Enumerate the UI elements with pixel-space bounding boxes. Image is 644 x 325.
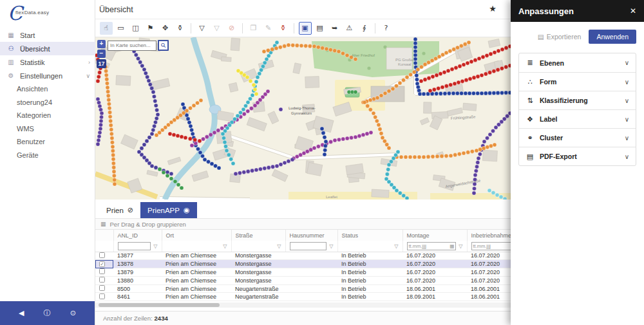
export-button[interactable]: ▤ Exportieren — [538, 33, 582, 41]
column-header-status[interactable]: Status — [337, 230, 402, 241]
svg-text:Gymnasium: Gymnasium — [291, 111, 312, 115]
sidebar-subitem-kategorien[interactable]: Kategorien — [0, 109, 95, 122]
column-header-hausnummer[interactable]: Hausnummer — [285, 230, 337, 241]
pointer-tool-icon[interactable]: ☝ — [100, 22, 113, 35]
accordion-section-ebenen[interactable]: ≣Ebenen∨ — [519, 53, 636, 72]
table-row[interactable]: 8500Prien am ChiemseeNeugartenstraßeIn B… — [95, 284, 511, 293]
export-label: Exportieren — [547, 33, 582, 41]
apply-button[interactable]: Anwenden — [589, 30, 636, 44]
filter-funnel-icon[interactable]: ▽ — [329, 243, 333, 249]
column-header-inbetriebnahme[interactable]: Inbetriebnahme — [467, 230, 511, 241]
chevron-down-icon: ∨ — [625, 79, 629, 86]
eye-off-icon[interactable]: ⊘ — [128, 206, 133, 214]
sidebar-subitem-geräte[interactable]: Geräte — [0, 149, 95, 162]
accordion-section-form[interactable]: ∴Form∨ — [519, 72, 636, 91]
favorite-star-icon[interactable]: ★ — [489, 4, 497, 14]
map-zoom-out-button[interactable]: − — [97, 50, 106, 58]
chart-icon: ▥ — [6, 59, 15, 66]
classification-icon: ⇅ — [526, 97, 535, 105]
group-by-bar[interactable]: ▦ Per Drag & Drop gruppieren — [95, 218, 511, 230]
chevron-down-icon: ∨ — [625, 153, 629, 160]
attachment-icon[interactable]: ∮ — [358, 22, 371, 35]
move-tool-icon[interactable]: ✥ — [159, 22, 172, 35]
sidebar-item-übersicht[interactable]: ⚇Übersicht — [0, 42, 95, 55]
row-checkbox[interactable] — [99, 268, 105, 274]
eye-icon[interactable]: ◉ — [184, 206, 190, 214]
map-toolbar: ☝▭◫⚑✥⚱▽▽⊘❐✎⚱▣▤➥⚠∮? — [95, 19, 511, 37]
cell-straße: Neugartenstraße — [231, 293, 285, 301]
sidebar-subitem-wms[interactable]: WMS — [0, 122, 95, 136]
column-header-straße[interactable]: Straße — [231, 230, 285, 241]
date-filter-input[interactable]: tt.mm.jjjj▦ — [407, 242, 457, 250]
filter-off-icon[interactable]: ▽ — [211, 22, 223, 35]
warning-icon[interactable]: ⚠ — [343, 22, 356, 35]
power-icon[interactable]: ⊙ — [70, 309, 76, 317]
column-header-anl_id[interactable]: ANL_ID — [113, 230, 162, 241]
marker-tool-icon[interactable]: ⚑ — [144, 22, 157, 35]
info-icon[interactable]: ⓘ — [44, 308, 51, 318]
rect-select-icon[interactable]: ▭ — [115, 22, 128, 35]
filter-funnel-icon[interactable]: ▽ — [394, 243, 398, 249]
close-icon[interactable]: ✕ — [630, 6, 636, 15]
map-image-icon[interactable]: ▣ — [299, 22, 312, 35]
accordion-section-cluster[interactable]: ⚭Cluster∨ — [519, 128, 636, 147]
cell-status: In Betrieb — [337, 268, 402, 277]
help-icon[interactable]: ? — [380, 22, 393, 35]
table-row[interactable]: 13880Prien am ChiemseeMonstergasseIn Bet… — [95, 276, 511, 284]
filter-funnel-icon[interactable]: ▽ — [153, 243, 157, 249]
table-row[interactable]: 13877Prien am ChiemseeMonstergasseIn Bet… — [95, 252, 511, 260]
map-zoom-in-button[interactable]: + — [97, 40, 106, 48]
column-header-ort[interactable]: Ort — [162, 230, 231, 241]
accordion-section-label: Form — [540, 78, 556, 86]
table-row[interactable]: 8461Prien am ChiemseeNeugartenstraßeIn B… — [95, 293, 511, 301]
row-checkbox[interactable]: ✓ — [99, 261, 105, 267]
sidebar-item-statistik[interactable]: ▥Statistik› — [0, 55, 95, 69]
delete-icon[interactable]: ⚱ — [277, 22, 290, 35]
cell-hausnummer — [285, 268, 337, 277]
data-table: ANL_IDOrtStraßeHausnummerStatusMontageIn… — [95, 230, 511, 301]
shapes-icon: ∴ — [526, 78, 535, 86]
horizontal-scrollbar[interactable] — [95, 302, 511, 308]
accordion-section-label[interactable]: ❖Label∨ — [519, 109, 636, 128]
svg-text:Alter Friedhof: Alter Friedhof — [352, 53, 375, 57]
cell-inbetriebnahme: 18.06.2001 — [467, 293, 511, 301]
tab-prienapp[interactable]: PrienAPP◉ — [140, 202, 196, 218]
map-canvas[interactable]: Alter FriedhofPG GroßerKursaalLudwig-Tho… — [95, 37, 511, 200]
edit-icon[interactable]: ✎ — [262, 22, 275, 35]
row-checkbox[interactable] — [99, 277, 105, 283]
rect-zoom-icon[interactable]: ◫ — [129, 22, 142, 35]
trash-tool-icon[interactable]: ⚱ — [174, 22, 187, 35]
filter-icon[interactable]: ▽ — [196, 22, 209, 35]
copy-icon[interactable]: ❐ — [247, 22, 260, 35]
filter-input[interactable] — [118, 242, 151, 250]
collapse-sidebar-icon[interactable]: ◀ — [19, 309, 24, 317]
filter-funnel-icon[interactable]: ▽ — [459, 243, 462, 249]
accordion-section-pdf-export[interactable]: ▤PDF-Export∨ — [519, 147, 636, 165]
row-checkbox[interactable] — [99, 252, 105, 258]
export-icon[interactable]: ➥ — [328, 22, 341, 35]
date-filter-input[interactable]: tt.mm.jjjj▦ — [471, 242, 511, 250]
cell-ort: Prien am Chiemsee — [162, 260, 231, 268]
sidebar-subitem-stoerung24[interactable]: stoerung24 — [0, 96, 95, 109]
accordion-section-klassifizierung[interactable]: ⇅Klassifizierung∨ — [519, 91, 636, 109]
sidebar-item-einstellungen[interactable]: ⚙Einstellungen∨ — [0, 69, 95, 82]
column-header-montage[interactable]: Montage — [402, 230, 467, 241]
tab-prien[interactable]: Prien⊘ — [99, 202, 140, 218]
filter-funnel-icon[interactable]: ▽ — [277, 243, 281, 249]
sidebar-subitem-ansichten[interactable]: Ansichten — [0, 82, 95, 96]
row-checkbox[interactable] — [99, 293, 105, 299]
cancel-filter-icon[interactable]: ⊘ — [225, 22, 238, 35]
search-icon[interactable]: ⚲ — [158, 40, 169, 51]
row-checkbox[interactable] — [99, 285, 105, 291]
scrollbar-thumb[interactable] — [99, 303, 220, 307]
filter-input[interactable] — [290, 242, 327, 250]
table-row[interactable]: 13879Prien am ChiemseeMonstergasseIn Bet… — [95, 268, 511, 277]
sidebar-item-start[interactable]: ▦Start — [0, 28, 95, 42]
clipboard-icon[interactable]: ▤ — [314, 22, 327, 35]
map-search-input[interactable] — [108, 41, 156, 51]
row-count-label: Anzahl der Zeilen: — [103, 315, 153, 322]
table-row[interactable]: ✓13878Prien am ChiemseeMonstergasseIn Be… — [95, 260, 511, 268]
filter-controls: ▽ — [118, 242, 158, 250]
sidebar-subitem-benutzer[interactable]: Benutzer — [0, 135, 95, 149]
filter-funnel-icon[interactable]: ▽ — [223, 243, 227, 249]
